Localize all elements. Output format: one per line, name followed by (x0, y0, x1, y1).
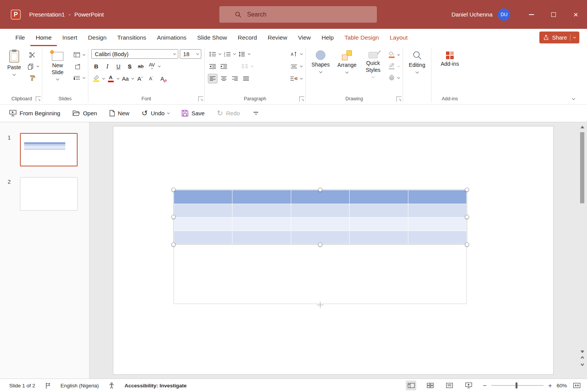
chevron-down-icon[interactable] (300, 52, 303, 55)
close-button[interactable]: × (565, 0, 587, 29)
previous-slide-button[interactable] (581, 357, 584, 359)
slide-canvas[interactable] (113, 126, 554, 375)
font-color-button[interactable]: A (106, 74, 116, 83)
section-button[interactable] (72, 73, 82, 83)
chevron-down-icon[interactable] (117, 76, 119, 79)
chevron-down-icon[interactable] (102, 76, 105, 79)
scroll-up-icon[interactable] (580, 126, 584, 128)
table-cell[interactable] (408, 218, 466, 231)
chevron-down-icon[interactable] (300, 76, 303, 79)
clear-formatting-button[interactable]: A (158, 74, 167, 83)
new-button[interactable]: New (109, 110, 129, 116)
shapes-button[interactable]: Shapes (309, 49, 332, 95)
tab-insert[interactable]: Insert (57, 29, 83, 46)
text-direction-button[interactable]: A (289, 49, 299, 59)
slide-sorter-view-button[interactable] (425, 381, 435, 390)
align-left-button[interactable] (208, 74, 217, 83)
highlight-color-button[interactable] (91, 74, 101, 83)
table-cell[interactable] (350, 231, 408, 244)
selection-handle[interactable] (171, 243, 176, 247)
redo-button[interactable]: ↻ Redo (217, 110, 240, 117)
open-button[interactable]: Open (73, 110, 97, 116)
dialog-launcher-icon[interactable]: ↘ (36, 96, 41, 101)
language-indicator[interactable]: English (Nigeria) (61, 383, 99, 389)
copy-button[interactable] (26, 61, 36, 71)
table-cell[interactable] (174, 218, 232, 231)
undo-button[interactable]: ↺ Undo (142, 110, 170, 117)
tab-record[interactable]: Record (232, 29, 262, 46)
decrease-font-size-button[interactable]: Aˇ (146, 74, 156, 83)
selection-handle[interactable] (171, 188, 176, 192)
chevron-down-icon[interactable] (158, 64, 161, 67)
new-slide-button[interactable]: New Slide (45, 49, 70, 95)
tab-slide-show[interactable]: Slide Show (192, 29, 232, 46)
slide-layout-button[interactable] (72, 50, 82, 60)
table-cell[interactable] (232, 190, 291, 204)
text-shadow-button[interactable]: S (125, 61, 134, 71)
bold-button[interactable]: B (91, 61, 101, 71)
align-center-button[interactable] (219, 74, 229, 83)
share-button[interactable]: Share (539, 32, 579, 43)
slideshow-view-button[interactable] (464, 381, 474, 390)
accessibility-icon[interactable] (109, 382, 114, 389)
align-text-button[interactable] (289, 61, 299, 71)
thumbnail-slide-2[interactable] (20, 177, 78, 211)
table-cell[interactable] (232, 218, 291, 231)
selection-handle[interactable] (171, 215, 176, 219)
tab-view[interactable]: View (293, 29, 316, 46)
chevron-down-icon[interactable] (397, 53, 400, 55)
dialog-launcher-icon[interactable]: ↘ (396, 96, 401, 101)
table-cell[interactable] (408, 190, 466, 204)
normal-view-button[interactable] (406, 381, 416, 390)
justify-button[interactable] (241, 74, 251, 83)
dialog-launcher-icon[interactable]: ↘ (299, 96, 304, 101)
tab-layout[interactable]: Layout (384, 29, 413, 46)
editing-button[interactable]: Editing (406, 49, 428, 95)
table-cell[interactable] (291, 204, 349, 218)
table-cell[interactable] (232, 231, 291, 244)
shape-effects-button[interactable] (387, 73, 396, 83)
powerpoint-logo-icon[interactable]: P (11, 10, 21, 20)
search-box[interactable] (219, 6, 377, 23)
chevron-down-icon[interactable] (219, 52, 221, 55)
shape-outline-button[interactable] (387, 61, 396, 71)
format-painter-button[interactable] (26, 73, 39, 83)
bullets-button[interactable] (208, 49, 217, 59)
proofing-flag-icon[interactable] (45, 382, 51, 389)
font-size-combobox[interactable]: 18 (180, 49, 201, 59)
chevron-down-icon[interactable] (131, 76, 134, 79)
table-cell[interactable] (350, 204, 408, 218)
search-input[interactable] (247, 11, 355, 18)
change-case-button[interactable]: Aa (121, 74, 130, 83)
customize-toolbar-button[interactable] (254, 112, 258, 115)
tab-help[interactable]: Help (316, 29, 339, 46)
shape-fill-button[interactable] (387, 50, 396, 60)
table-cell[interactable] (350, 190, 408, 204)
strikethrough-button[interactable]: ab (136, 61, 146, 71)
chevron-down-icon[interactable] (36, 64, 39, 67)
table-cell[interactable] (232, 204, 291, 218)
tab-file[interactable]: File (10, 29, 30, 46)
chevron-down-icon[interactable] (196, 52, 199, 55)
tab-home[interactable]: Home (30, 29, 57, 46)
selection-handle[interactable] (318, 188, 322, 192)
zoom-out-icon[interactable]: − (483, 382, 487, 389)
chevron-down-icon[interactable] (300, 64, 303, 67)
maximize-button[interactable] (542, 0, 565, 29)
minimize-button[interactable] (520, 0, 542, 29)
table-cell[interactable] (174, 231, 232, 244)
scroll-down-icon[interactable] (580, 350, 584, 353)
columns-button[interactable] (240, 61, 250, 71)
chevron-down-icon[interactable] (248, 52, 250, 55)
table-cell[interactable] (291, 218, 349, 231)
selection-handle[interactable] (465, 188, 469, 192)
decrease-indent-button[interactable] (208, 61, 217, 71)
avatar[interactable]: DU (498, 8, 510, 21)
next-slide-button[interactable] (581, 363, 584, 365)
accessibility-status[interactable]: Accessibility: Investigate (124, 383, 186, 389)
fit-slide-button[interactable] (572, 381, 582, 390)
from-beginning-button[interactable]: From Beginning (9, 110, 60, 116)
underline-button[interactable]: U (114, 61, 123, 71)
chevron-down-icon[interactable] (173, 52, 176, 55)
table-cell[interactable] (408, 231, 466, 244)
